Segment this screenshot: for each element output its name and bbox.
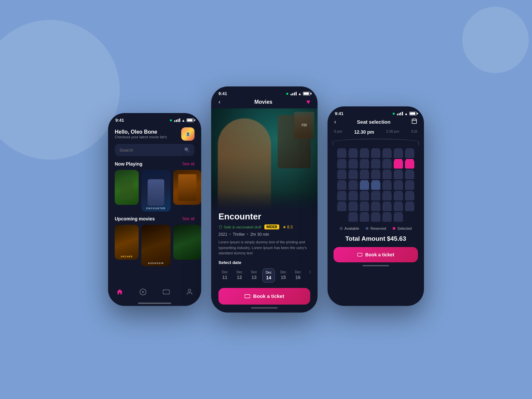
seat-2-2[interactable] [348, 160, 358, 169]
book-ticket-button-center[interactable]: Book a ticket [218, 288, 310, 305]
seat-4-1[interactable] [337, 181, 346, 190]
seat-5-6[interactable] [394, 192, 403, 200]
time-option-1[interactable]: 12.30 pm [351, 128, 377, 136]
seat-3-6[interactable] [394, 171, 403, 179]
nav-home[interactable] [116, 288, 123, 296]
upcoming-movie-1[interactable]: ARCHER [115, 225, 139, 260]
nav-play[interactable] [139, 288, 147, 296]
seat-3-2[interactable] [348, 171, 358, 179]
seat-6-1[interactable] [337, 202, 346, 211]
phones-container: 9:41 ▲ Hello, Oleo Bone [108, 86, 424, 313]
seat-4-3[interactable] [360, 181, 369, 190]
seat-1-3[interactable] [360, 149, 369, 158]
seat-2-5[interactable] [382, 160, 392, 169]
seat-1-5[interactable] [382, 149, 392, 158]
seat-2-1[interactable] [337, 160, 346, 169]
home-bar-left [138, 303, 171, 304]
seat-6-6[interactable] [394, 202, 403, 211]
seat-6-2[interactable] [348, 202, 358, 211]
nav-ticket[interactable] [163, 288, 170, 296]
movie-tags: Safe & vaccinated stuff IMDEB ★ 8.3 [218, 224, 310, 229]
now-playing-movie-2[interactable]: ENCOUNTER [141, 170, 171, 211]
seat-6-4[interactable] [371, 202, 380, 211]
safe-badge: Safe & vaccinated stuff [218, 225, 261, 229]
date-item-2[interactable]: Dec 13 [248, 268, 260, 283]
book-ticket-button-right[interactable]: Book a ticket [333, 247, 418, 262]
bottom-nav [108, 283, 201, 306]
date-item-5[interactable]: Dec 16 [292, 268, 304, 283]
upcoming-movie-2[interactable]: ASSASSIN [141, 225, 171, 266]
seat-4-5[interactable] [382, 181, 392, 190]
time-option-3[interactable]: 5.00 pm [409, 128, 417, 136]
back-button-center[interactable]: ‹ [218, 98, 220, 105]
seat-6-7[interactable] [405, 202, 414, 211]
seat-7-2[interactable] [360, 213, 369, 222]
now-playing-title: Now Playing [115, 161, 142, 167]
seat-5-1[interactable] [337, 192, 346, 200]
seat-4-6[interactable] [394, 181, 403, 190]
date-month-6: Dec [310, 270, 310, 274]
calendar-icon[interactable] [411, 118, 417, 125]
search-bar[interactable]: 🔍 [115, 144, 195, 156]
seat-3-5[interactable] [382, 171, 392, 179]
seat-4-2[interactable] [348, 181, 358, 190]
now-playing-header: Now Playing See all [115, 161, 195, 167]
seat-row-4 [333, 181, 419, 190]
seat-1-1[interactable] [337, 149, 346, 158]
seat-3-4[interactable] [371, 171, 380, 179]
date-item-4[interactable]: Dec 15 [277, 268, 290, 283]
seat-1-6[interactable] [394, 149, 403, 158]
seat-5-2[interactable] [348, 192, 358, 200]
date-item-0[interactable]: Dec 11 [218, 268, 231, 283]
upcoming-see-all[interactable]: See all [182, 216, 195, 221]
time-option-2[interactable]: 2.00 pm [383, 128, 402, 136]
seat-row-2 [333, 160, 419, 169]
right-top-bar: ‹ Seat selection [328, 118, 424, 128]
seat-1-7[interactable] [405, 149, 414, 158]
svg-marker-1 [142, 291, 144, 293]
upcoming-movie-3[interactable] [173, 225, 201, 260]
date-item-3[interactable]: Dec 14 [262, 268, 275, 283]
seat-7-1[interactable] [348, 213, 358, 222]
nav-profile[interactable] [186, 288, 193, 296]
seat-7-5[interactable] [394, 213, 403, 222]
seat-5-3[interactable] [360, 192, 369, 200]
date-item-6[interactable]: Dec 17 [306, 268, 310, 283]
total-value: $45.63 [387, 235, 406, 242]
seat-4-4[interactable] [371, 181, 380, 190]
seat-5-4[interactable] [371, 192, 380, 200]
seat-3-1[interactable] [337, 171, 346, 179]
seat-5-5[interactable] [382, 192, 392, 200]
seat-2-3[interactable] [360, 160, 369, 169]
seat-1-2[interactable] [348, 149, 358, 158]
legend-available-label: Available [344, 226, 359, 230]
status-icons-center: ▲ [286, 92, 310, 96]
time-option-0[interactable]: 10.30 pm [334, 128, 345, 136]
seat-2-4[interactable] [371, 160, 380, 169]
search-input[interactable] [119, 148, 181, 153]
now-playing-movie-1[interactable] [115, 170, 139, 205]
seat-5-7[interactable] [405, 192, 414, 200]
seat-6-5[interactable] [382, 202, 392, 211]
signal-bars-right [397, 112, 403, 115]
seat-2-7[interactable] [405, 160, 414, 169]
seat-3-7[interactable] [405, 171, 414, 179]
seat-3-3[interactable] [360, 171, 369, 179]
seat-2-6[interactable] [394, 160, 403, 169]
avatar[interactable]: 👤 [181, 127, 195, 141]
poster-5: ASSASSIN [141, 225, 171, 266]
back-button-right[interactable]: ‹ [334, 118, 336, 125]
date-item-1[interactable]: Dec 12 [233, 268, 246, 283]
now-playing-movie-3[interactable] [173, 170, 201, 205]
seat-4-7[interactable] [405, 181, 414, 190]
heart-button[interactable]: ♥ [306, 98, 310, 106]
seat-1-4[interactable] [371, 149, 380, 158]
poster-4: ARCHER [115, 225, 139, 260]
seat-6-3[interactable] [360, 202, 369, 211]
seat-7-4[interactable] [382, 213, 392, 222]
date-month-0: Dec [222, 270, 228, 274]
now-playing-see-all[interactable]: See all [182, 162, 195, 166]
seat-7-3[interactable] [371, 213, 380, 222]
phone-left: 9:41 ▲ Hello, Oleo Bone [108, 113, 201, 306]
screen-curve [332, 139, 419, 145]
